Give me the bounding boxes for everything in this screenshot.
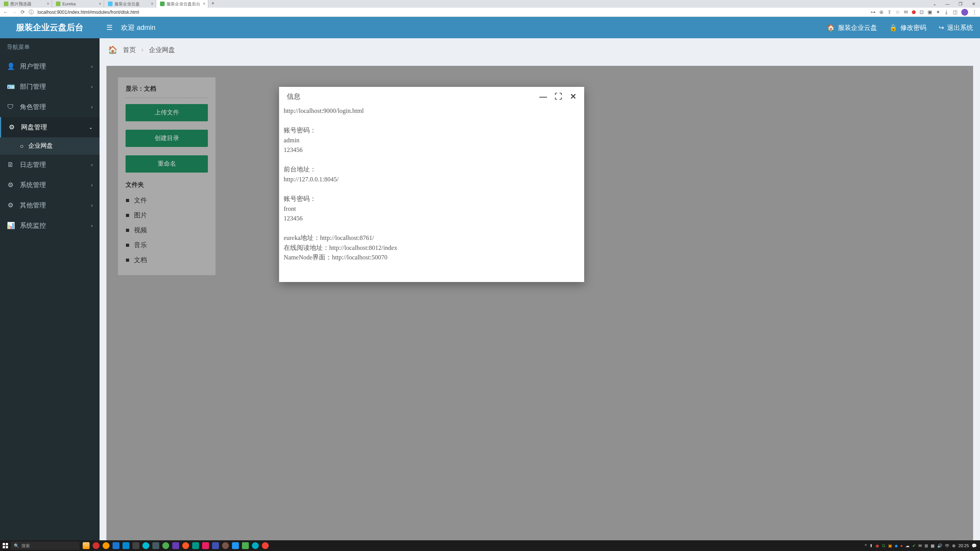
- tray-icon[interactable]: ▦: [931, 543, 934, 548]
- sidebar-item-roles[interactable]: 🛡角色管理‹: [0, 97, 100, 117]
- taskbar-app-icon[interactable]: [122, 542, 129, 549]
- window-minimize-icon[interactable]: —: [941, 0, 954, 8]
- tray-icon[interactable]: ◉: [875, 543, 879, 548]
- taskbar-app-icon[interactable]: [252, 542, 259, 549]
- url-field[interactable]: localhost:9001/index.html#modules/front/…: [38, 10, 867, 15]
- tray-icon[interactable]: ⊕: [952, 543, 956, 548]
- modal-body[interactable]: http://localhost:9000/login.html 账号密码： a…: [279, 106, 584, 282]
- chevron-down-icon: ⌄: [89, 125, 93, 130]
- ext-icon[interactable]: ▣: [928, 9, 932, 15]
- close-icon[interactable]: ×: [47, 1, 49, 7]
- browser-tab-active[interactable]: 服装企业云盘后台×: [156, 0, 208, 8]
- browser-tab[interactable]: 服装企业云盘×: [104, 0, 156, 8]
- taskbar-app-icon[interactable]: [132, 542, 139, 549]
- taskbar-app-icon[interactable]: [232, 542, 239, 549]
- download-icon[interactable]: ⭳: [944, 9, 949, 15]
- profile-icon[interactable]: [961, 9, 968, 16]
- sidebar-item-other[interactable]: ⚙其他管理‹: [0, 195, 100, 215]
- taskbar-app-icon[interactable]: [182, 542, 189, 549]
- key-icon[interactable]: ⊶: [871, 9, 875, 15]
- taskbar-app-icon[interactable]: [192, 542, 199, 549]
- menu-toggle-icon[interactable]: ☰: [106, 23, 113, 32]
- browser-tab-strip: 图片预选题× Eureka× 服装企业云盘× 服装企业云盘后台× + ⌄ — ❐…: [0, 0, 980, 8]
- taskbar-app-icon[interactable]: [172, 542, 179, 549]
- info-icon[interactable]: ⓘ: [29, 9, 34, 16]
- taskbar-app-icon[interactable]: [152, 542, 159, 549]
- tray-icon[interactable]: ▣: [888, 543, 892, 548]
- window-dropdown-icon[interactable]: ⌄: [928, 0, 941, 8]
- reload-icon[interactable]: ⟳: [21, 9, 25, 15]
- back-icon[interactable]: ←: [3, 9, 8, 15]
- sidebar-item-users[interactable]: 👤用户管理‹: [0, 56, 100, 77]
- tray-icon[interactable]: G: [882, 543, 885, 548]
- zoom-icon[interactable]: ⊕: [879, 9, 884, 15]
- gmail-icon[interactable]: ✉: [904, 9, 908, 15]
- close-icon[interactable]: ✕: [570, 92, 577, 101]
- minimize-icon[interactable]: —: [539, 92, 547, 101]
- share-icon[interactable]: ⇪: [887, 9, 892, 15]
- taskbar-app-icon[interactable]: [142, 542, 149, 549]
- start-button[interactable]: [0, 540, 11, 551]
- taskbar-app-icon[interactable]: [113, 542, 119, 549]
- close-icon[interactable]: ×: [151, 1, 154, 7]
- sidebar-item-monitor[interactable]: 📊系统监控‹: [0, 215, 100, 236]
- nav-password-link[interactable]: 🔒 修改密码: [889, 23, 926, 32]
- document-icon: 🗎: [7, 161, 14, 169]
- sidebar-subitem-enterprise-disk[interactable]: ○企业网盘: [0, 137, 100, 155]
- tray-notifications-icon[interactable]: 💬: [972, 543, 977, 548]
- chevron-left-icon: ‹: [91, 104, 93, 110]
- new-tab-button[interactable]: +: [208, 0, 217, 8]
- tray-icon[interactable]: ⊞: [924, 543, 928, 548]
- app-header: 服装企业云盘后台 ☰ 欢迎 admin 🏠 服装企业云盘 🔒 修改密码 ↪ 退出…: [0, 17, 980, 38]
- taskbar-app-icon[interactable]: [212, 542, 219, 549]
- tray-ime[interactable]: 中: [945, 543, 949, 549]
- window-close-icon[interactable]: ✕: [967, 0, 980, 8]
- taskbar-app-icon[interactable]: [83, 542, 90, 549]
- tray-time[interactable]: 20:25: [958, 543, 969, 548]
- maximize-icon[interactable]: ⛶: [555, 92, 562, 101]
- home-icon[interactable]: 🏠: [108, 45, 118, 54]
- sidebar-item-system[interactable]: ⚙系统管理‹: [0, 175, 100, 195]
- taskbar-app-icon[interactable]: [162, 542, 169, 549]
- taskbar-app-icon[interactable]: [222, 542, 229, 549]
- modal-title: 信息: [287, 92, 301, 101]
- browser-tab[interactable]: 图片预选题×: [0, 0, 52, 8]
- extensions-icon[interactable]: ✦: [936, 9, 940, 15]
- forward-icon[interactable]: →: [12, 9, 17, 15]
- welcome-text: 欢迎 admin: [121, 23, 155, 32]
- svg-rect-1: [6, 543, 8, 545]
- sidebar-item-logs[interactable]: 🗎日志管理‹: [0, 155, 100, 175]
- tray-icon[interactable]: ●: [900, 543, 903, 548]
- breadcrumb-home[interactable]: 首页: [123, 46, 136, 54]
- taskbar-app-icon[interactable]: [262, 542, 269, 549]
- nav-logout-link[interactable]: ↪ 退出系统: [939, 23, 973, 32]
- sidebar-item-departments[interactable]: 🪪部门管理‹: [0, 77, 100, 97]
- sidebar-item-disk[interactable]: ⚙网盘管理⌄: [0, 117, 100, 137]
- ext-icon[interactable]: ⊡: [920, 9, 924, 15]
- tray-icon[interactable]: ◆: [895, 543, 898, 548]
- tray-icon[interactable]: ⬆: [869, 543, 873, 548]
- close-icon[interactable]: ×: [99, 1, 101, 7]
- tray-icon[interactable]: 🔊: [937, 543, 942, 548]
- address-bar: ← → ⟳ ⓘ localhost:9001/index.html#module…: [0, 8, 980, 17]
- window-maximize-icon[interactable]: ❐: [954, 0, 967, 8]
- svg-rect-2: [3, 546, 5, 548]
- taskbar-app-icon[interactable]: [242, 542, 249, 549]
- taskbar-app-icon[interactable]: [202, 542, 209, 549]
- chevron-left-icon: ‹: [91, 64, 93, 69]
- sidebar-title: 导航菜单: [0, 38, 100, 56]
- tray-icon[interactable]: ✔: [912, 543, 916, 548]
- star-icon[interactable]: ☆: [895, 9, 900, 15]
- taskbar-search[interactable]: 🔍 搜索: [11, 541, 80, 550]
- tray-icon[interactable]: ^: [865, 543, 867, 548]
- ext-icon[interactable]: [912, 10, 916, 14]
- sidepanel-icon[interactable]: ◫: [953, 9, 957, 15]
- taskbar-app-icon[interactable]: [103, 542, 109, 549]
- tray-icon[interactable]: ☁: [905, 543, 910, 548]
- tray-icon[interactable]: ✉: [918, 543, 922, 548]
- taskbar-app-icon[interactable]: [93, 542, 100, 549]
- nav-home-link[interactable]: 🏠 服装企业云盘: [827, 23, 877, 32]
- browser-tab[interactable]: Eureka×: [52, 0, 104, 8]
- menu-icon[interactable]: ⋮: [972, 9, 977, 15]
- close-icon[interactable]: ×: [203, 1, 206, 7]
